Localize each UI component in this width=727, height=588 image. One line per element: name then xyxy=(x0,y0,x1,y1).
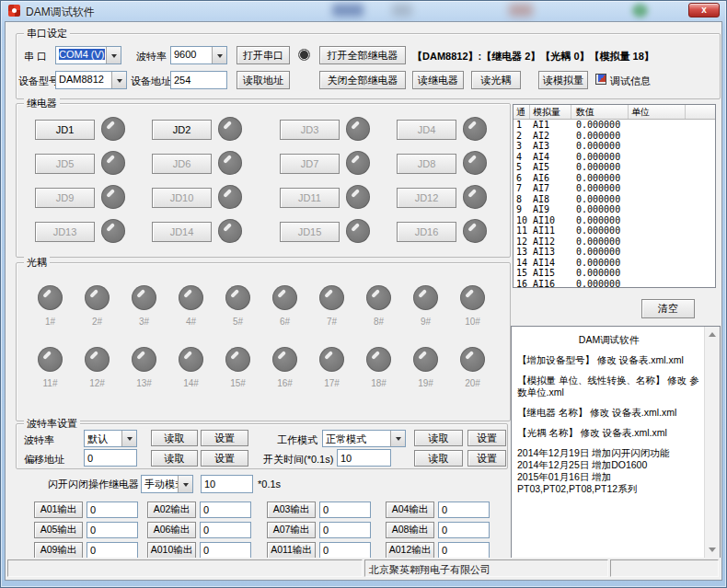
table-row[interactable]: 5 AI5 0.000000 xyxy=(514,162,715,173)
chevron-down-icon[interactable] xyxy=(178,476,192,492)
baud-combobox[interactable]: 9600 xyxy=(170,46,227,64)
ao-output-input[interactable] xyxy=(200,522,251,538)
table-row[interactable]: 3 AI3 0.000000 xyxy=(514,141,715,152)
ao-output-input[interactable] xyxy=(319,522,371,538)
relay-button[interactable]: JD1 xyxy=(35,120,95,140)
switch-time-set-button[interactable]: 设置 xyxy=(467,450,506,467)
column-header[interactable]: 数值 xyxy=(571,105,629,119)
ao-output-input[interactable] xyxy=(438,502,490,518)
ao-output-input[interactable] xyxy=(438,542,490,559)
clear-button[interactable]: 清空 xyxy=(641,299,695,318)
log-scrollbar[interactable] xyxy=(704,327,720,558)
column-header[interactable]: 模拟量 xyxy=(530,105,571,119)
open-all-relays-button[interactable]: 打开全部继电器 xyxy=(319,46,406,64)
chevron-down-icon[interactable] xyxy=(212,47,226,63)
table-row[interactable]: 1 AI1 0.000000 xyxy=(514,120,715,131)
relay-button[interactable]: JD8 xyxy=(397,154,456,174)
model-combobox[interactable]: DAM8812 xyxy=(55,71,127,89)
relay-button[interactable]: JD6 xyxy=(152,154,212,174)
table-row[interactable]: 12 AI12 0.000000 xyxy=(514,236,715,248)
ao-output-input[interactable] xyxy=(200,502,251,518)
column-header[interactable]: 通 xyxy=(514,105,530,119)
relay-button[interactable]: JD2 xyxy=(152,120,212,140)
ao-output-button[interactable]: A01输出 xyxy=(34,502,83,518)
ao-output-button[interactable]: A02输出 xyxy=(147,502,196,518)
relay-button[interactable]: JD14 xyxy=(152,222,212,242)
chevron-down-icon[interactable] xyxy=(111,72,126,88)
column-header[interactable]: 单位 xyxy=(629,105,686,119)
table-row[interactable]: 16 AI16 0.000000 xyxy=(514,279,715,289)
ao-output-input[interactable] xyxy=(319,542,371,559)
ao-output-button[interactable]: A05输出 xyxy=(34,522,83,538)
open-port-button[interactable]: 打开串口 xyxy=(237,46,290,64)
table-row[interactable]: 4 AI4 0.000000 xyxy=(514,152,715,163)
ao-output-input[interactable] xyxy=(200,542,251,559)
table-row[interactable]: 8 AI8 0.000000 xyxy=(514,194,715,205)
device-address-input[interactable] xyxy=(170,71,227,89)
baud-set-button[interactable]: 设置 xyxy=(201,430,248,446)
offset-read-button[interactable]: 读取 xyxy=(151,450,198,467)
table-row[interactable]: 10 AI10 0.000000 xyxy=(514,215,715,226)
baud-read-button[interactable]: 读取 xyxy=(151,430,198,446)
chevron-down-icon[interactable] xyxy=(106,47,121,63)
relay-button[interactable]: JD11 xyxy=(280,188,340,208)
relay-button[interactable]: JD5 xyxy=(35,154,95,174)
read-address-button[interactable]: 读取地址 xyxy=(237,71,290,89)
ao-output-input[interactable] xyxy=(438,522,490,538)
relay-button[interactable]: JD3 xyxy=(280,120,340,140)
relay-button[interactable]: JD4 xyxy=(397,120,456,140)
debug-info-icon[interactable] xyxy=(595,74,606,85)
relay-button[interactable]: JD12 xyxy=(397,188,456,208)
flash-time-input[interactable] xyxy=(201,475,253,493)
ao-output-button[interactable]: A04输出 xyxy=(386,502,434,518)
relay-button[interactable]: JD15 xyxy=(280,222,340,242)
port-combobox[interactable]: COM4 (V) xyxy=(55,46,121,64)
read-analog-button[interactable]: 读模拟量 xyxy=(538,71,588,89)
table-row[interactable]: 13 AI13 0.000000 xyxy=(514,247,715,258)
opto-cell: 13# xyxy=(121,347,167,388)
ao-output-button[interactable]: A010输出 xyxy=(147,542,196,559)
flash-mode-combobox[interactable]: 手动模式 xyxy=(141,475,193,493)
ao-output-button[interactable]: A012输出 xyxy=(386,542,434,559)
titlebar[interactable]: DAM调试软件 x xyxy=(1,1,726,21)
read-relay-button[interactable]: 读继电器 xyxy=(412,71,464,89)
ao-output-button[interactable]: A08输出 xyxy=(386,522,434,538)
work-mode-combobox[interactable]: 正常模式 xyxy=(322,430,406,447)
ao-output-button[interactable]: A03输出 xyxy=(267,502,316,518)
relay-button[interactable]: JD16 xyxy=(397,222,456,242)
ao-output-input[interactable] xyxy=(87,542,138,559)
ao-output-button[interactable]: A09输出 xyxy=(34,542,83,559)
relay-button[interactable]: JD10 xyxy=(152,188,212,208)
work-mode-read-button[interactable]: 读取 xyxy=(414,430,463,446)
relay-button[interactable]: JD9 xyxy=(35,188,95,208)
ao-output-input[interactable] xyxy=(87,502,138,518)
ao-output-input[interactable] xyxy=(87,522,138,538)
switch-time-read-button[interactable]: 读取 xyxy=(414,450,463,467)
scroll-up-icon[interactable] xyxy=(705,328,720,341)
relay-button[interactable]: JD13 xyxy=(35,222,95,242)
ao-output-button[interactable]: A011输出 xyxy=(267,542,316,559)
offset-set-button[interactable]: 设置 xyxy=(201,450,248,467)
chevron-down-icon[interactable] xyxy=(390,431,405,446)
table-row[interactable]: 14 AI14 0.000000 xyxy=(514,258,715,269)
offset-address-input[interactable] xyxy=(84,449,137,467)
table-row[interactable]: 2 AI2 0.000000 xyxy=(514,131,715,142)
port-open-indicator[interactable] xyxy=(298,49,310,61)
table-row[interactable]: 9 AI9 0.000000 xyxy=(514,204,715,215)
baud-setting-combobox[interactable]: 默认 xyxy=(84,430,137,447)
scroll-down-icon[interactable] xyxy=(705,543,720,557)
close-button[interactable]: x xyxy=(688,3,720,17)
close-all-relays-button[interactable]: 关闭全部继电器 xyxy=(319,71,406,89)
relay-button[interactable]: JD7 xyxy=(280,154,340,174)
table-row[interactable]: 7 AI7 0.000000 xyxy=(514,183,715,194)
table-row[interactable]: 6 AI6 0.000000 xyxy=(514,173,715,184)
read-opto-button[interactable]: 读光耦 xyxy=(471,71,521,89)
table-row[interactable]: 11 AI11 0.000000 xyxy=(514,225,715,236)
chevron-down-icon[interactable] xyxy=(121,431,136,446)
switch-time-input[interactable] xyxy=(337,449,391,467)
ao-output-button[interactable]: A07输出 xyxy=(267,522,316,538)
ao-output-button[interactable]: A06输出 xyxy=(147,522,196,538)
table-row[interactable]: 15 AI15 0.000000 xyxy=(514,268,715,279)
ao-output-input[interactable] xyxy=(319,502,371,518)
work-mode-set-button[interactable]: 设置 xyxy=(467,430,506,446)
